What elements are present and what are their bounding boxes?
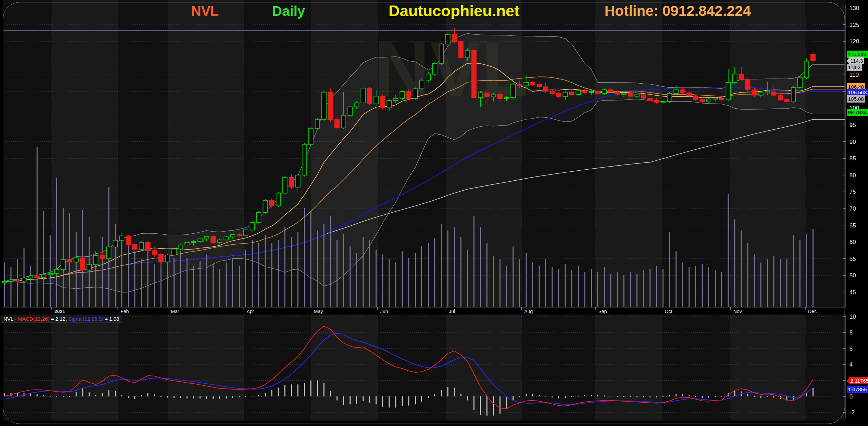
volume-bar bbox=[180, 251, 181, 307]
macd-histogram-bar bbox=[147, 393, 148, 396]
macd-histogram-bar bbox=[558, 396, 559, 398]
volume-bar bbox=[780, 259, 781, 308]
month-label: Mar bbox=[171, 309, 179, 314]
month-label: 2021 bbox=[54, 309, 65, 314]
candle-down bbox=[693, 96, 698, 100]
value-tag: 115.043 bbox=[847, 51, 868, 58]
macd-histogram-bar bbox=[382, 396, 383, 407]
candle-up bbox=[244, 230, 248, 235]
candle-up bbox=[374, 96, 379, 104]
candle-up bbox=[674, 90, 678, 94]
value-tag: 105.563 bbox=[847, 89, 868, 96]
candle-up bbox=[563, 92, 568, 97]
volume-bar bbox=[134, 251, 135, 307]
candle-up bbox=[765, 92, 769, 93]
macd-histogram-bar bbox=[128, 396, 129, 398]
volume-bar bbox=[285, 227, 286, 308]
volume-bar bbox=[604, 267, 605, 307]
macd-histogram-bar bbox=[232, 396, 233, 398]
macd-histogram-bar bbox=[389, 396, 390, 408]
candle-up bbox=[283, 178, 287, 193]
candle-up bbox=[465, 50, 470, 57]
volume-bar bbox=[747, 243, 748, 307]
candle-up bbox=[250, 223, 255, 230]
timeframe-label: Daily bbox=[272, 3, 305, 19]
candle-down bbox=[35, 276, 39, 278]
macd-tick-label: -2 bbox=[849, 409, 855, 416]
candle-down bbox=[452, 34, 457, 42]
volume-bar bbox=[43, 211, 44, 307]
macd-histogram-bar bbox=[69, 396, 70, 397]
candle-down bbox=[582, 91, 587, 93]
candle-up bbox=[22, 278, 26, 281]
macd-histogram-bar bbox=[773, 396, 774, 398]
candle-down bbox=[680, 90, 685, 93]
macd-histogram-bar bbox=[610, 396, 611, 396]
candle-up bbox=[9, 280, 13, 281]
candle-down bbox=[100, 255, 104, 259]
candle-down bbox=[126, 236, 131, 245]
macd-histogram-bar bbox=[467, 396, 468, 401]
candle-up bbox=[165, 255, 170, 262]
volume-bar bbox=[767, 259, 768, 308]
candle-up bbox=[387, 100, 391, 108]
volume-bar bbox=[89, 237, 90, 307]
candle-down bbox=[211, 237, 215, 243]
candle-up bbox=[263, 201, 268, 213]
candle-down bbox=[739, 74, 744, 79]
volume-bar bbox=[734, 219, 735, 307]
candle-up bbox=[635, 95, 639, 96]
candle-down bbox=[569, 92, 574, 95]
candle-up bbox=[622, 93, 626, 94]
macd-histogram-bar bbox=[461, 394, 462, 396]
candle-up bbox=[296, 175, 300, 187]
candle-down bbox=[654, 100, 659, 102]
macd-histogram-bar bbox=[682, 394, 683, 396]
macd-histogram-bar bbox=[141, 395, 142, 397]
volume-bar bbox=[252, 240, 253, 307]
month-band-macd bbox=[596, 315, 662, 420]
month-label: Jun bbox=[380, 309, 388, 314]
macd-histogram-bar bbox=[317, 381, 318, 396]
volume-bar bbox=[408, 258, 409, 307]
volume-bar bbox=[219, 269, 220, 307]
macd-histogram-bar bbox=[428, 396, 429, 398]
candle-up bbox=[230, 235, 235, 237]
volume-bar bbox=[689, 267, 690, 307]
volume-bar bbox=[239, 266, 240, 307]
volume-bar bbox=[617, 272, 618, 307]
candle-up bbox=[106, 247, 111, 259]
volume-bar bbox=[584, 272, 585, 307]
month-label: Oct bbox=[665, 309, 672, 314]
candle-up bbox=[446, 34, 450, 44]
macd-histogram-bar bbox=[526, 394, 527, 396]
candle-up bbox=[758, 93, 763, 95]
volume-bar bbox=[421, 246, 422, 307]
volume-bar bbox=[17, 259, 18, 308]
value-tag: 1.07855 bbox=[847, 386, 868, 393]
candle-down bbox=[328, 92, 333, 120]
candle-down bbox=[641, 95, 646, 98]
macd-histogram-bar bbox=[656, 396, 657, 397]
volume-bar bbox=[623, 275, 624, 307]
macd-histogram-bar bbox=[76, 392, 77, 396]
macd-histogram-bar bbox=[571, 396, 572, 397]
price-tick-label: 45 bbox=[849, 289, 856, 296]
macd-histogram-bar bbox=[506, 396, 507, 409]
volume-bar bbox=[304, 208, 305, 307]
macd-histogram-bar bbox=[337, 396, 338, 401]
volume-bar bbox=[454, 227, 455, 308]
volume-bar bbox=[545, 259, 546, 308]
macd-histogram-bar bbox=[793, 396, 794, 400]
month-band-macd bbox=[244, 315, 311, 420]
macd-histogram-bar bbox=[30, 393, 31, 396]
volume-bar bbox=[539, 266, 540, 307]
macd-histogram-bar bbox=[180, 396, 181, 398]
macd-tick-label: 8 bbox=[849, 329, 852, 336]
macd-histogram-bar bbox=[415, 396, 416, 404]
candle-up bbox=[667, 94, 672, 102]
candle-up bbox=[61, 260, 65, 269]
volume-bar bbox=[441, 224, 442, 307]
volume-bar bbox=[721, 272, 722, 307]
macd-histogram-bar bbox=[702, 396, 703, 398]
